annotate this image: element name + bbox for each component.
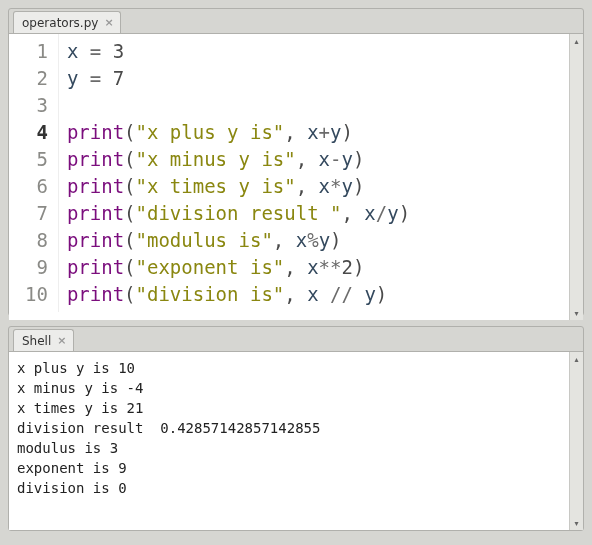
tab-operators-py[interactable]: operators.py × [13,11,121,33]
line-number: 10 [25,281,48,308]
code-line[interactable]: y = 7 [67,65,561,92]
scroll-up-icon[interactable]: ▴ [570,352,583,366]
shell-tabbar: Shell × [9,327,583,351]
code-line[interactable]: print("division is", x // y) [67,281,561,308]
line-number: 6 [25,173,48,200]
line-number: 2 [25,65,48,92]
code-line[interactable]: x = 3 [67,38,561,65]
scroll-down-icon[interactable]: ▾ [570,306,583,320]
line-number: 7 [25,200,48,227]
line-number: 4 [25,119,48,146]
line-number: 5 [25,146,48,173]
line-number: 8 [25,227,48,254]
editor-body: 12345678910 x = 3y = 7 print("x plus y i… [9,33,583,320]
line-number: 1 [25,38,48,65]
shell-scrollbar[interactable]: ▴ ▾ [569,352,583,530]
code-line[interactable]: print("x minus y is", x-y) [67,146,561,173]
code-line[interactable]: print("modulus is", x%y) [67,227,561,254]
scrollbar-track[interactable] [570,48,583,306]
tab-shell[interactable]: Shell × [13,329,74,351]
code-editor[interactable]: 12345678910 x = 3y = 7 print("x plus y i… [9,34,569,320]
code-area[interactable]: x = 3y = 7 print("x plus y is", x+y)prin… [59,34,569,312]
tab-label: operators.py [22,16,98,30]
code-line[interactable]: print("x times y is", x*y) [67,173,561,200]
close-icon[interactable]: × [57,335,66,346]
editor-panel: operators.py × 12345678910 x = 3y = 7 pr… [8,8,584,316]
code-line[interactable]: print("x plus y is", x+y) [67,119,561,146]
shell-body: x plus y is 10 x minus y is -4 x times y… [9,351,583,530]
line-number: 3 [25,92,48,119]
editor-tabbar: operators.py × [9,9,583,33]
line-number-gutter: 12345678910 [9,34,59,312]
code-line[interactable] [67,92,561,119]
shell-output[interactable]: x plus y is 10 x minus y is -4 x times y… [9,352,569,530]
line-number: 9 [25,254,48,281]
scrollbar-track[interactable] [570,366,583,516]
shell-panel: Shell × x plus y is 10 x minus y is -4 x… [8,326,584,531]
code-line[interactable]: print("division result ", x/y) [67,200,561,227]
editor-scrollbar[interactable]: ▴ ▾ [569,34,583,320]
tab-label: Shell [22,334,51,348]
close-icon[interactable]: × [104,17,113,28]
scroll-up-icon[interactable]: ▴ [570,34,583,48]
scroll-down-icon[interactable]: ▾ [570,516,583,530]
code-line[interactable]: print("exponent is", x**2) [67,254,561,281]
